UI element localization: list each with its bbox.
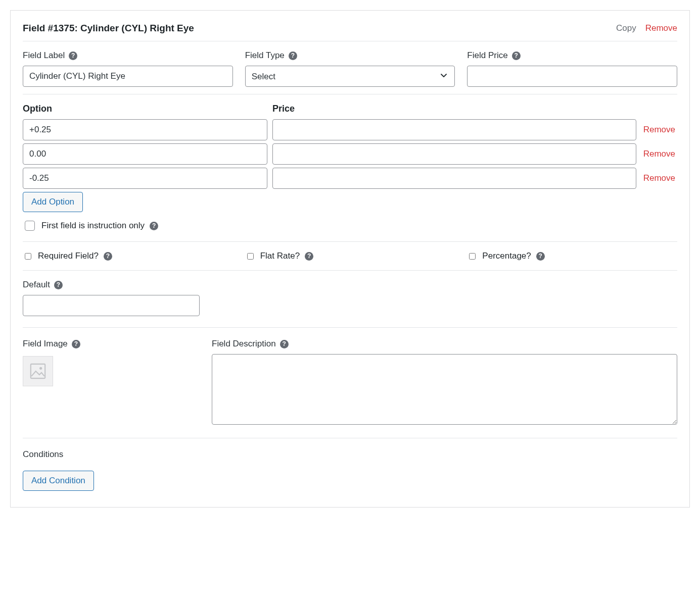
field-image-label: Field Image ? [23,339,200,349]
default-input[interactable] [23,295,200,316]
help-icon[interactable]: ? [305,252,313,261]
default-label: Default ? [23,280,677,290]
help-icon[interactable]: ? [512,52,521,60]
first-instruction-checkbox[interactable] [25,221,35,231]
svg-point-1 [39,367,42,370]
option-input[interactable] [23,168,267,189]
options-header: Option Price [23,104,677,119]
price-header: Price [272,104,677,114]
flat-rate-checkbox[interactable] [247,253,254,260]
field-desc-label: Field Description ? [212,339,677,349]
divider [23,94,677,94]
help-icon[interactable]: ? [54,281,63,289]
help-icon[interactable]: ? [69,52,77,60]
flat-rate-col: Flat Rate? ? [245,251,455,261]
field-desc-text: Field Description [212,339,276,349]
field-label-col: Field Label ? [23,50,233,87]
help-icon[interactable]: ? [72,340,80,348]
field-price-text: Field Price [467,50,507,61]
option-row: Remove [23,119,677,140]
remove-option-button[interactable]: Remove [641,149,677,159]
option-input[interactable] [23,119,267,140]
required-col: Required Field? ? [23,251,233,261]
image-placeholder-icon[interactable] [23,356,53,386]
field-image-text: Field Image [23,339,68,349]
field-desc-textarea[interactable] [212,354,677,425]
field-price-input[interactable] [467,66,677,87]
panel-title: Field #1375: Cylinder (CYL) Right Eye [23,23,194,34]
remove-option-button[interactable]: Remove [641,173,677,183]
add-condition-button[interactable]: Add Condition [23,471,94,491]
flat-rate-label: Flat Rate? [260,251,300,261]
percentage-col: Percentage? ? [467,251,677,261]
field-type-col: Field Type ? Select [245,50,455,87]
field-label-input[interactable] [23,66,233,87]
field-type-label: Field Type ? [245,50,455,61]
percentage-checkbox[interactable] [469,253,476,260]
conditions-label: Conditions [23,449,677,460]
field-desc-col: Field Description ? [212,339,677,427]
svg-rect-0 [31,364,45,378]
default-block: Default ? [23,280,677,328]
conditions-block: Conditions Add Condition [23,449,677,491]
option-price-input[interactable] [272,119,636,140]
help-icon[interactable]: ? [104,252,112,261]
field-type-text: Field Type [245,50,285,61]
option-header: Option [23,104,272,114]
image-desc-row: Field Image ? Field Description ? [23,339,677,438]
remove-option-button[interactable]: Remove [641,125,677,135]
field-type-select-wrapper: Select [245,66,455,87]
field-label-text: Field Label [23,50,65,61]
field-panel: Field #1375: Cylinder (CYL) Right Eye Co… [10,10,690,508]
required-label: Required Field? [38,251,99,261]
default-text: Default [23,280,50,290]
panel-actions: Copy Remove [616,23,677,33]
percentage-label: Percentage? [482,251,531,261]
option-input[interactable] [23,143,267,165]
field-type-select[interactable]: Select [245,66,455,87]
help-icon[interactable]: ? [280,340,289,348]
option-price-input[interactable] [272,143,636,165]
help-icon[interactable]: ? [536,252,545,261]
option-row: Remove [23,168,677,189]
add-option-button[interactable]: Add Option [23,192,83,212]
field-image-col: Field Image ? [23,339,200,427]
help-icon[interactable]: ? [150,222,158,230]
flags-row: Required Field? ? Flat Rate? ? Percentag… [23,241,677,271]
first-instruction-label: First field is instruction only [41,221,145,231]
required-checkbox[interactable] [25,253,31,260]
copy-button[interactable]: Copy [616,23,636,33]
field-price-col: Field Price ? [467,50,677,87]
field-price-label: Field Price ? [467,50,677,61]
field-meta-row: Field Label ? Field Type ? Select Field … [23,50,677,94]
first-instruction-row: First field is instruction only ? [23,219,677,232]
option-price-input[interactable] [272,168,636,189]
option-row: Remove [23,143,677,165]
panel-header: Field #1375: Cylinder (CYL) Right Eye Co… [23,23,677,41]
remove-field-button[interactable]: Remove [645,23,677,33]
field-label-label: Field Label ? [23,50,233,61]
help-icon[interactable]: ? [289,52,297,60]
